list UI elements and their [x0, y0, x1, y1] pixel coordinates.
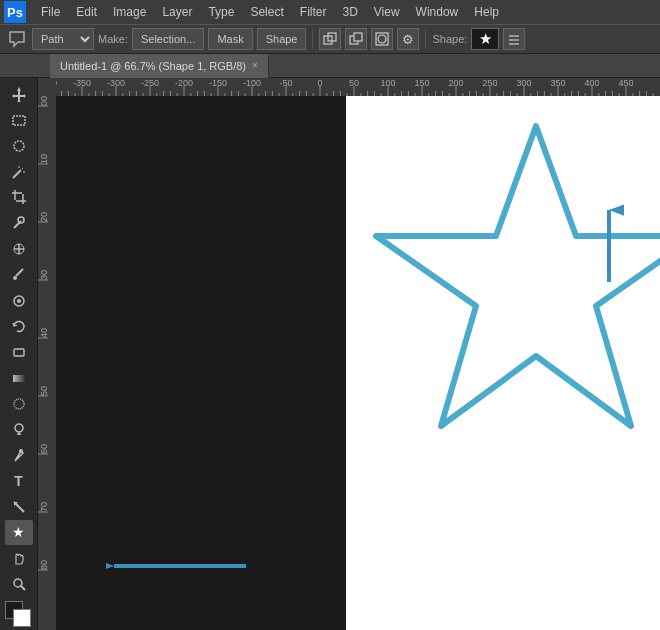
canvas-outside — [56, 96, 346, 630]
subtract-shapes-icon[interactable] — [345, 28, 367, 50]
marquee-tool-btn[interactable] — [5, 108, 33, 133]
color-boxes — [5, 601, 33, 626]
svg-line-26 — [16, 269, 23, 276]
svg-line-13 — [13, 170, 21, 178]
healing-btn[interactable] — [5, 237, 33, 262]
menu-file[interactable]: File — [34, 3, 67, 21]
shape-button[interactable]: Shape — [257, 28, 307, 50]
svg-marker-0 — [10, 32, 24, 46]
history-btn[interactable] — [5, 314, 33, 339]
path-type-dropdown[interactable]: Path Shape Pixels — [32, 28, 94, 50]
svg-point-12 — [14, 141, 24, 151]
document-tab[interactable]: Untitled-1 @ 66.7% (Shape 1, RGB/8) × — [50, 54, 269, 78]
tab-title: Untitled-1 @ 66.7% (Shape 1, RGB/8) — [60, 60, 246, 72]
main-area: T ★ — [0, 78, 660, 630]
menu-layer[interactable]: Layer — [155, 3, 199, 21]
menu-3d[interactable]: 3D — [335, 3, 364, 21]
svg-rect-31 — [13, 375, 25, 382]
ruler-vertical — [38, 96, 56, 630]
lasso-tool-btn[interactable] — [5, 134, 33, 159]
pen-tool-btn[interactable] — [5, 443, 33, 468]
svg-point-6 — [378, 35, 386, 43]
svg-line-39 — [21, 586, 25, 590]
star-shape-svg — [346, 96, 660, 630]
menu-select[interactable]: Select — [243, 3, 290, 21]
gradient-btn[interactable] — [5, 365, 33, 390]
toolbar: T ★ — [0, 78, 38, 630]
menu-window[interactable]: Window — [409, 3, 466, 21]
canvas-document[interactable] — [56, 96, 660, 630]
svg-point-33 — [15, 424, 23, 432]
ps-logo: Ps — [4, 1, 26, 23]
shape-preview[interactable]: ★ — [471, 28, 499, 50]
ruler-corner — [38, 78, 56, 96]
combine-shapes-icon[interactable] — [319, 28, 341, 50]
menu-view[interactable]: View — [367, 3, 407, 21]
svg-marker-10 — [12, 87, 26, 102]
svg-rect-11 — [13, 116, 25, 125]
canvas-area — [38, 78, 660, 630]
mask-button[interactable]: Mask — [208, 28, 252, 50]
text-tool-btn[interactable]: T — [5, 468, 33, 493]
selection-button[interactable]: Selection... — [132, 28, 204, 50]
eraser-btn[interactable] — [5, 340, 33, 365]
separator-1 — [312, 29, 313, 49]
menu-edit[interactable]: Edit — [69, 3, 104, 21]
tab-bar: Untitled-1 @ 66.7% (Shape 1, RGB/8) × — [0, 54, 660, 78]
active-tool-icon — [6, 28, 28, 50]
up-arrow-annotation — [594, 204, 624, 284]
svg-point-32 — [14, 399, 24, 409]
clone-stamp-btn[interactable] — [5, 288, 33, 313]
blur-btn[interactable] — [5, 391, 33, 416]
shape-tool-btn[interactable]: ★ — [5, 520, 33, 545]
dodge-btn[interactable] — [5, 417, 33, 442]
menu-filter[interactable]: Filter — [293, 3, 334, 21]
tab-close-btn[interactable]: × — [252, 60, 258, 71]
shape-tool-icon: ★ — [12, 524, 25, 540]
menu-type[interactable]: Type — [201, 3, 241, 21]
canvas-white — [346, 96, 660, 630]
make-label: Make: — [98, 33, 128, 45]
svg-line-15 — [22, 168, 23, 169]
zoom-tool-btn[interactable] — [5, 572, 33, 597]
menu-bar: Ps File Edit Image Layer Type Select Fil… — [0, 0, 660, 24]
hand-tool-btn[interactable] — [5, 546, 33, 571]
svg-point-36 — [19, 449, 23, 453]
shape-settings-icon[interactable] — [503, 28, 525, 50]
svg-point-38 — [14, 579, 22, 587]
svg-rect-30 — [14, 349, 24, 356]
options-bar: Path Shape Pixels Make: Selection... Mas… — [0, 24, 660, 54]
separator-2 — [425, 29, 426, 49]
menu-image[interactable]: Image — [106, 3, 153, 21]
ruler-horizontal — [38, 78, 660, 96]
svg-point-27 — [13, 276, 17, 280]
brush-btn[interactable] — [5, 262, 33, 287]
background-color[interactable] — [13, 609, 31, 627]
svg-rect-4 — [354, 33, 362, 41]
move-tool-btn[interactable] — [5, 82, 33, 107]
intersect-shapes-icon[interactable] — [371, 28, 393, 50]
text-tool-icon: T — [14, 473, 23, 489]
eyedropper-btn[interactable] — [5, 211, 33, 236]
star-shape-icon: ★ — [479, 30, 492, 48]
shape-label: Shape: — [432, 33, 467, 45]
crop-tool-btn[interactable] — [5, 185, 33, 210]
path-selection-btn[interactable] — [5, 494, 33, 519]
settings-icon[interactable]: ⚙ — [397, 28, 419, 50]
menu-help[interactable]: Help — [467, 3, 506, 21]
svg-point-29 — [17, 299, 21, 303]
left-arrow-annotation — [106, 551, 246, 581]
magic-wand-btn[interactable] — [5, 159, 33, 184]
